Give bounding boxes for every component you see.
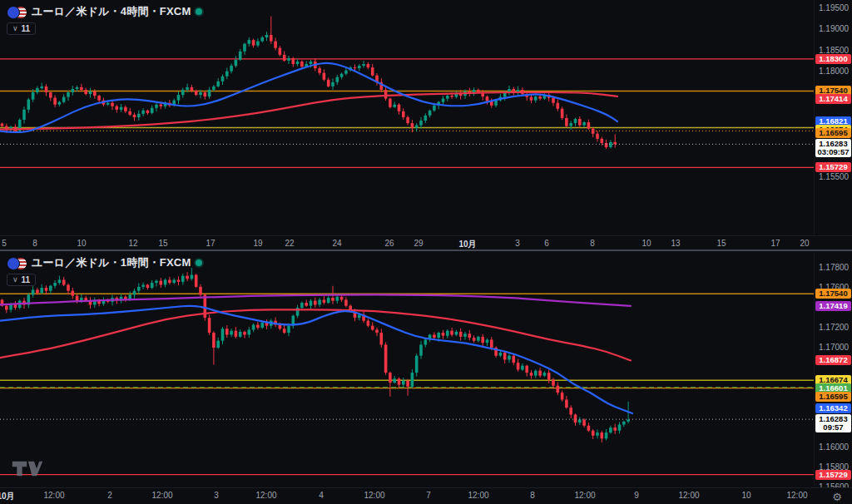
candle-body: [327, 298, 330, 303]
candle-body: [517, 363, 520, 369]
candle-body: [344, 299, 348, 305]
candle-body: [521, 366, 524, 370]
price-badge: 1.16872: [815, 355, 851, 365]
candle-body: [186, 87, 189, 90]
time-tick-label: 12:00: [360, 491, 389, 500]
time-tick-label: 10: [67, 239, 96, 248]
price-tick-label: 1.19000: [819, 24, 849, 33]
candle-body: [124, 107, 127, 111]
candle-body: [225, 329, 229, 334]
time-tick-label: 12:00: [40, 491, 68, 500]
price-axis-1h[interactable]: 1.178001.176001.172001.170001.164001.160…: [814, 251, 852, 487]
candle-body: [565, 118, 568, 126]
candle-body: [530, 97, 533, 101]
candle-body: [513, 356, 516, 363]
candle-body: [415, 356, 419, 373]
fast-ma-blue-line[interactable]: [0, 306, 632, 413]
price-tick-label: 1.16000: [819, 442, 849, 452]
symbol-legend-4h[interactable]: ユーロ／米ドル・4時間・FXCM: [7, 4, 202, 19]
time-tick-label: 8: [578, 239, 607, 248]
price-axis-4h[interactable]: 1.195001.190001.185001.180001.155001.183…: [814, 0, 852, 235]
price-tick-label: 1.15500: [819, 172, 849, 181]
slow-ma-red-line[interactable]: [0, 309, 631, 360]
candle-body: [256, 324, 260, 328]
candle-body: [538, 371, 542, 376]
candle-body: [225, 72, 229, 77]
candle-body: [323, 299, 326, 303]
chart-plot-4h[interactable]: [0, 0, 814, 235]
candle-body: [93, 91, 97, 96]
candle-body: [287, 326, 290, 333]
candle-body: [358, 66, 361, 68]
candle-body: [36, 289, 39, 293]
candle-body: [393, 105, 396, 107]
candle-body: [411, 373, 414, 387]
candle-body: [208, 318, 211, 333]
time-tick-label: 8: [21, 239, 49, 248]
candle-body: [252, 40, 255, 46]
candle-body: [292, 58, 295, 64]
indicator-collapse-button-4h[interactable]: ∨ 11: [7, 22, 36, 35]
candle-body: [243, 44, 246, 52]
time-tick-label: 24: [323, 239, 351, 248]
time-tick-label: 12:00: [252, 491, 280, 500]
candle-body: [279, 324, 282, 329]
candle-body: [265, 35, 269, 37]
candle-body: [446, 331, 449, 336]
candle-body: [310, 62, 313, 64]
candle-body: [605, 143, 608, 147]
candle-body: [146, 111, 150, 113]
candle-body: [433, 334, 436, 338]
time-tick-label: 29: [404, 239, 433, 248]
candle-body: [428, 111, 432, 116]
candle-body: [468, 334, 472, 338]
candle-body: [128, 111, 131, 115]
candle-body: [371, 67, 374, 76]
candle-body: [473, 338, 476, 341]
price-badge: 1.15729: [815, 470, 851, 480]
indicator-collapse-button-1h[interactable]: ∨ 11: [7, 274, 36, 286]
time-axis-1h[interactable]: 10月12:00212:00312:00412:00712:00812:0091…: [0, 487, 852, 504]
candle-body: [406, 381, 409, 387]
price-badge: 1.16342: [815, 403, 851, 413]
candle-body: [402, 381, 405, 385]
slow-ma-red-line[interactable]: [0, 92, 617, 130]
symbol-legend-1h[interactable]: ユーロ／米ドル・1時間・FXCM: [7, 255, 202, 270]
candle-body: [371, 326, 374, 330]
candle-body: [411, 123, 414, 128]
candle-body: [538, 96, 542, 99]
candle-body: [133, 115, 136, 117]
candle-body: [424, 339, 428, 344]
candle-body: [596, 134, 599, 139]
candle-body: [137, 114, 141, 117]
candle-body: [530, 373, 533, 376]
chart-plot-1h[interactable]: [0, 251, 814, 487]
candle-body: [358, 314, 361, 318]
candle-body: [578, 420, 582, 423]
candle-body: [300, 62, 304, 67]
candle-body: [283, 329, 286, 333]
candle-body: [62, 97, 66, 102]
candle-body: [89, 91, 92, 94]
candle-body: [557, 103, 560, 109]
candle-body: [393, 378, 396, 383]
candle-body: [578, 119, 582, 126]
gear-icon[interactable]: ⚙: [832, 491, 842, 503]
tradingview-logo[interactable]: [12, 461, 43, 480]
fast-ma-blue-line[interactable]: [0, 63, 617, 132]
candle-body: [592, 431, 595, 436]
candle-body: [561, 109, 564, 118]
candle-body: [177, 95, 181, 101]
time-axis-4h[interactable]: 5810121517192224262910月3681013151720: [0, 235, 852, 250]
time-tick-label: 2: [96, 491, 124, 500]
candle-body: [116, 106, 119, 110]
candle-body: [508, 356, 511, 360]
candle-body: [270, 35, 273, 42]
candle-body: [221, 77, 225, 82]
candle-body: [318, 68, 321, 73]
candle-body: [534, 371, 537, 376]
candle-body: [283, 55, 286, 61]
candle-body: [340, 74, 344, 77]
candle-body: [22, 110, 26, 120]
candle-body: [235, 331, 238, 337]
